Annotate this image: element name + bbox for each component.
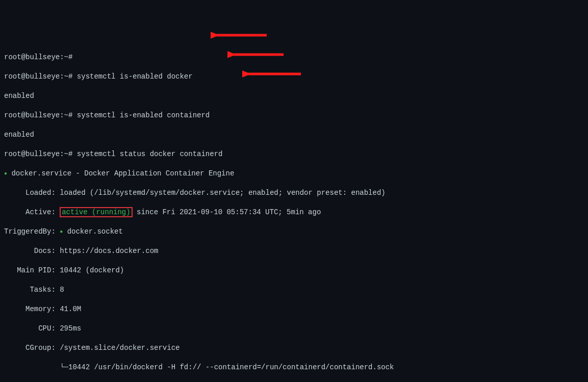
command-text: systemctl is-enabled containerd	[77, 111, 210, 119]
prompt: root@bullseye:~#	[4, 111, 72, 119]
docker-docs: Docs: https://docs.docker.com	[4, 246, 584, 256]
docker-cpu: CPU: 295ms	[4, 324, 584, 334]
active-label: Active:	[4, 208, 60, 216]
status-bullet-icon: ●	[60, 229, 63, 235]
response-2: enabled	[4, 130, 584, 140]
trigger-value: docker.socket	[67, 227, 123, 236]
active-status-highlight: active (running)	[60, 207, 132, 217]
terminal-output: root@bullseye:~# root@bullseye:~# system…	[4, 43, 584, 382]
command-line-1: root@bullseye:~# systemctl is-enabled do…	[4, 72, 584, 82]
prompt: root@bullseye:~#	[4, 72, 72, 81]
docker-active: Active: active (running) since Fri 2021-…	[4, 208, 584, 217]
prompt-line: root@bullseye:~#	[4, 53, 584, 62]
service-title: docker.service - Docker Application Cont…	[11, 169, 234, 177]
docker-service-header: ● docker.service - Docker Application Co…	[4, 169, 584, 179]
docker-cgroup: CGroup: /system.slice/docker.service	[4, 343, 584, 353]
docker-loaded: Loaded: loaded (/lib/systemd/system/dock…	[4, 188, 584, 198]
command-line-3: root@bullseye:~# systemctl status docker…	[4, 149, 584, 159]
docker-cgroup-tree: └─10442 /usr/bin/dockerd -H fd:// --cont…	[4, 363, 584, 372]
trigger-label: TriggeredBy:	[4, 227, 60, 236]
docker-tasks: Tasks: 8	[4, 285, 584, 295]
command-text: systemctl is-enabled docker	[77, 72, 193, 81]
command-text: systemctl status docker containerd	[77, 150, 223, 158]
prompt: root@bullseye:~#	[4, 53, 72, 61]
docker-mainpid: Main PID: 10442 (dockerd)	[4, 266, 584, 275]
docker-triggered: TriggeredBy: ● docker.socket	[4, 227, 584, 237]
status-bullet-icon: ●	[4, 171, 7, 176]
response-1: enabled	[4, 91, 584, 101]
docker-memory: Memory: 41.0M	[4, 304, 584, 314]
command-line-2: root@bullseye:~# systemctl is-enabled co…	[4, 111, 584, 120]
active-since: since Fri 2021-09-10 05:57:34 UTC; 5min …	[133, 208, 321, 216]
prompt: root@bullseye:~#	[4, 150, 72, 158]
